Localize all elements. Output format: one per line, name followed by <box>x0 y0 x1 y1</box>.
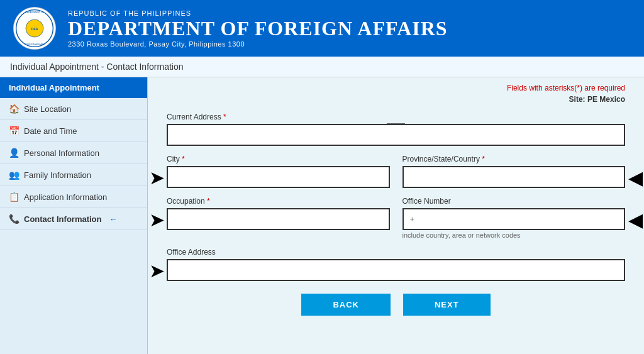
header: DFA DEPARTMENT OF FOREIGN AFFAIRS REPUBL… <box>0 0 644 57</box>
city-input[interactable] <box>167 166 390 188</box>
city-req: * <box>182 155 185 163</box>
sidebar-date-time-label: Date and Time <box>24 126 77 136</box>
content-area: ▼ Fields with asterisks(*) are required … <box>148 77 644 354</box>
next-button[interactable]: NEXT <box>403 294 491 316</box>
occupation-col: Occupation * ➤ <box>167 197 390 239</box>
app-icon: 📋 <box>9 192 19 202</box>
occupation-label: Occupation * <box>167 197 390 206</box>
phone-icon: 📞 <box>9 214 19 224</box>
sidebar-site-location-label: Site Location <box>24 104 71 114</box>
sidebar-item-contact-info[interactable]: 📞 Contact Information ← <box>0 208 147 230</box>
button-row: BACK NEXT <box>167 294 625 316</box>
required-note: Fields with asterisks(*) are required <box>167 84 625 92</box>
office-number-col: Office Number ◀ include country, area or… <box>402 197 626 239</box>
office-number-wrap: ◀ <box>402 208 626 230</box>
sidebar-application-label: Application Information <box>24 192 107 202</box>
arrow-left-office-icon: ◀ <box>628 208 643 230</box>
province-input[interactable] <box>402 166 626 188</box>
province-req: * <box>482 155 485 163</box>
main-container: Individual Appointment 🏠 Site Location 📅… <box>0 77 644 354</box>
back-arrow-icon: ← <box>109 214 118 224</box>
sidebar-item-site-location[interactable]: 🏠 Site Location <box>0 98 147 120</box>
arrow-right-city-icon: ➤ <box>149 166 165 188</box>
office-address-label: Office Address <box>167 248 625 257</box>
sidebar-item-date-time[interactable]: 📅 Date and Time <box>0 120 147 142</box>
republic-label: REPUBLIC OF THE PHILIPPINES <box>68 9 448 17</box>
dfa-seal: DFA DEPARTMENT OF FOREIGN AFFAIRS <box>13 6 57 50</box>
office-address-wrap: ➤ <box>167 259 625 281</box>
family-icon: 👥 <box>9 170 19 180</box>
sidebar-contact-label: Contact Information <box>24 214 102 224</box>
office-number-label: Office Number <box>402 197 626 206</box>
calendar-icon: 📅 <box>9 126 19 136</box>
occupation-wrap: ➤ <box>167 208 390 230</box>
city-province-row: City * ➤ Province/State/Country * ◀ <box>167 155 625 188</box>
sidebar-title: Individual Appointment <box>0 77 147 98</box>
occupation-input[interactable] <box>167 208 390 230</box>
current-address-req: * <box>223 113 226 121</box>
occupation-office-row: Occupation * ➤ Office Number ◀ include c… <box>167 197 625 239</box>
sidebar-personal-label: Personal Information <box>24 148 99 158</box>
sidebar: Individual Appointment 🏠 Site Location 📅… <box>0 77 148 354</box>
site-info: Site: PE Mexico <box>167 95 625 104</box>
office-number-input[interactable] <box>402 208 626 230</box>
person-icon: 👤 <box>9 148 19 158</box>
sidebar-family-label: Family Information <box>24 170 91 180</box>
office-address-input[interactable] <box>167 259 625 281</box>
svg-text:DFA: DFA <box>31 27 38 31</box>
svg-text:DEPARTMENT OF: DEPARTMENT OF <box>25 11 44 14</box>
arrow-left-province-icon: ◀ <box>628 166 643 188</box>
office-address-group: Office Address ➤ <box>167 248 625 281</box>
province-label: Province/State/Country * <box>402 155 626 163</box>
occupation-req: * <box>207 197 210 206</box>
sidebar-item-personal-info[interactable]: 👤 Personal Information <box>0 142 147 164</box>
province-col: Province/State/Country * ◀ <box>402 155 626 188</box>
office-number-hint: include country, area or network codes <box>402 231 626 239</box>
city-label: City * <box>167 155 390 163</box>
svg-text:FOREIGN AFFAIRS: FOREIGN AFFAIRS <box>25 43 45 46</box>
arrow-right-address-icon: ➤ <box>149 259 165 281</box>
city-wrap: ➤ <box>167 166 390 188</box>
header-text: REPUBLIC OF THE PHILIPPINES DEPARTMENT O… <box>68 9 448 48</box>
page-title: Individual Appointment - Contact Informa… <box>0 57 644 77</box>
dfa-title: DEPARTMENT OF FOREIGN AFFAIRS <box>68 17 448 40</box>
current-address-wrap <box>167 124 625 146</box>
back-button[interactable]: BACK <box>301 294 391 316</box>
sidebar-item-family-info[interactable]: 👥 Family Information <box>0 164 147 186</box>
city-col: City * ➤ <box>167 155 390 188</box>
dfa-address: 2330 Roxas Boulevard, Pasay City, Philip… <box>68 40 448 48</box>
arrow-right-occupation-icon: ➤ <box>149 208 165 230</box>
home-icon: 🏠 <box>9 104 19 114</box>
province-wrap: ◀ <box>402 166 626 188</box>
sidebar-item-application-info[interactable]: 📋 Application Information <box>0 186 147 208</box>
current-address-input[interactable] <box>167 124 625 146</box>
